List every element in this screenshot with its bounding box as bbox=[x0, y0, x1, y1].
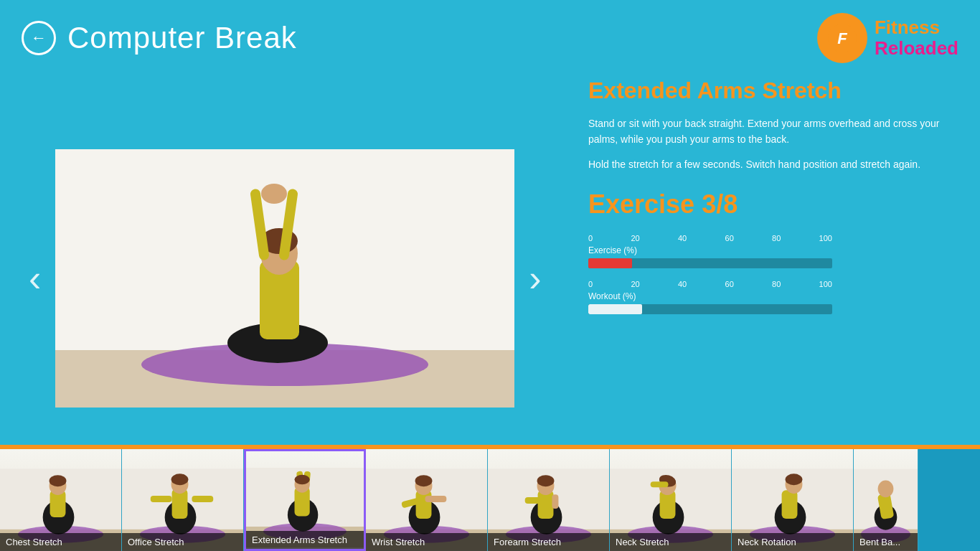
exercise-description-1: Stand or sit with your back straight. Ex… bbox=[588, 116, 958, 148]
svg-point-28 bbox=[171, 474, 189, 485]
thumbnail-strip: Chest Stretch Office Stretch ✓ bbox=[0, 449, 980, 551]
thumb-forearm-label: Forearm Stretch bbox=[488, 533, 609, 551]
next-icon: › bbox=[529, 258, 541, 299]
main-content: ‹ bbox=[0, 70, 980, 479]
thumb-neck-stretch[interactable]: Neck Stretch bbox=[610, 449, 732, 551]
exercise-pct-label: Exercise (%) bbox=[588, 245, 958, 255]
scale-80: 80 bbox=[772, 234, 781, 242]
wscale-0: 0 bbox=[588, 280, 593, 288]
logo-reloaded: Reloaded bbox=[875, 38, 958, 59]
exercise-image bbox=[55, 149, 514, 408]
exercise-progress-track bbox=[588, 258, 832, 268]
svg-rect-68 bbox=[782, 490, 798, 519]
svg-point-46 bbox=[415, 475, 433, 486]
thumb-wrist-label: Wrist Stretch bbox=[366, 533, 487, 551]
svg-rect-55 bbox=[552, 494, 558, 509]
info-section: Extended Arms Stretch Stand or sit with … bbox=[567, 77, 958, 479]
thumb-office-stretch[interactable]: Office Stretch bbox=[122, 449, 244, 551]
exercise-description-2: Hold the stretch for a few seconds. Swit… bbox=[588, 156, 958, 172]
scale-0: 0 bbox=[588, 234, 593, 242]
wscale-20: 20 bbox=[631, 280, 639, 288]
exercise-figure-svg bbox=[55, 149, 514, 408]
thumb-chest-label: Chest Stretch bbox=[0, 533, 121, 551]
wscale-100: 100 bbox=[819, 280, 832, 288]
svg-point-37 bbox=[295, 475, 310, 485]
prev-icon: ‹ bbox=[29, 258, 41, 299]
header-left: ← Computer Break bbox=[22, 21, 297, 55]
workout-scale: 0 20 40 60 80 100 bbox=[588, 280, 832, 288]
svg-rect-54 bbox=[525, 497, 552, 504]
scale-40: 40 bbox=[678, 234, 687, 242]
svg-point-53 bbox=[537, 475, 555, 486]
exercise-title: Extended Arms Stretch bbox=[588, 77, 958, 104]
back-icon: ← bbox=[31, 29, 47, 47]
next-button[interactable]: › bbox=[522, 250, 548, 307]
logo-fitness: Fitness bbox=[875, 17, 958, 38]
page-title: Computer Break bbox=[67, 21, 297, 55]
header: ← Computer Break F Fitness Reloaded bbox=[0, 0, 980, 70]
scale-60: 60 bbox=[725, 234, 734, 242]
exercise-counter: Exercise 3/8 bbox=[588, 189, 958, 220]
svg-rect-44 bbox=[425, 496, 447, 502]
logo-text: Fitness Reloaded bbox=[875, 17, 958, 58]
svg-rect-63 bbox=[651, 481, 669, 487]
workout-pct-label: Workout (%) bbox=[588, 291, 958, 301]
thumb-office-label: Office Stretch bbox=[122, 533, 243, 551]
workout-progress-row: 0 20 40 60 80 100 Workout (%) bbox=[588, 280, 958, 314]
workout-progress-fill bbox=[588, 304, 642, 314]
back-button[interactable]: ← bbox=[22, 21, 56, 55]
thumb-extended-label: Extended Arms Stretch bbox=[246, 531, 364, 549]
scale-100: 100 bbox=[819, 234, 832, 242]
thumb-wrist-stretch[interactable]: Wrist Stretch bbox=[366, 449, 488, 551]
wscale-40: 40 bbox=[678, 280, 687, 288]
svg-rect-26 bbox=[192, 496, 213, 502]
scale-20: 20 bbox=[631, 234, 639, 242]
logo-icon: F bbox=[817, 13, 867, 63]
svg-point-76 bbox=[878, 480, 894, 497]
exercise-scale: 0 20 40 60 80 100 bbox=[588, 234, 832, 242]
progress-section: 0 20 40 60 80 100 Exercise (%) 0 20 40 bbox=[588, 234, 958, 314]
thumb-extended-arms[interactable]: ✓ Extended Arms Stretch bbox=[244, 449, 366, 551]
thumb-neck-rotation[interactable]: Neck Rotation bbox=[732, 449, 854, 551]
svg-rect-25 bbox=[151, 496, 172, 502]
thumb-bent-label: Bent Ba... bbox=[854, 533, 918, 551]
thumb-bent-back[interactable]: Bent Ba... bbox=[854, 449, 918, 551]
image-section: ‹ bbox=[22, 77, 567, 479]
exercise-image-bg bbox=[55, 149, 514, 408]
svg-point-19 bbox=[50, 475, 67, 486]
svg-point-12 bbox=[261, 184, 287, 204]
exercise-progress-fill bbox=[588, 258, 632, 268]
wscale-60: 60 bbox=[725, 280, 734, 288]
thumb-neck-rot-label: Neck Rotation bbox=[732, 533, 853, 551]
svg-text:F: F bbox=[837, 29, 847, 47]
thumb-chest-stretch[interactable]: Chest Stretch bbox=[0, 449, 122, 551]
wscale-80: 80 bbox=[772, 280, 781, 288]
workout-progress-track bbox=[588, 304, 832, 314]
thumb-neck-label: Neck Stretch bbox=[610, 533, 731, 551]
exercise-progress-row: 0 20 40 60 80 100 Exercise (%) bbox=[588, 234, 958, 268]
prev-button[interactable]: ‹ bbox=[22, 250, 48, 307]
thumb-forearm-stretch[interactable]: Forearm Stretch bbox=[488, 449, 610, 551]
svg-point-70 bbox=[786, 474, 803, 485]
logo: F Fitness Reloaded bbox=[817, 13, 958, 63]
